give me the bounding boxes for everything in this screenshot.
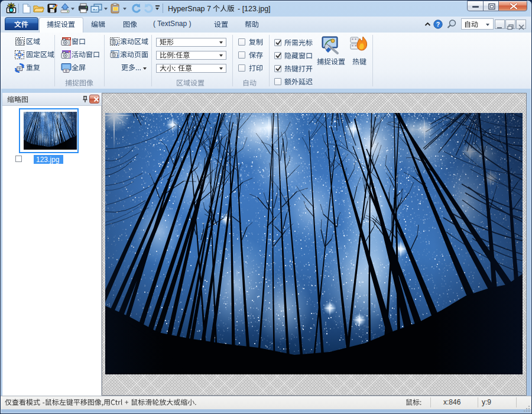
svg-text:?: ? <box>436 21 440 28</box>
